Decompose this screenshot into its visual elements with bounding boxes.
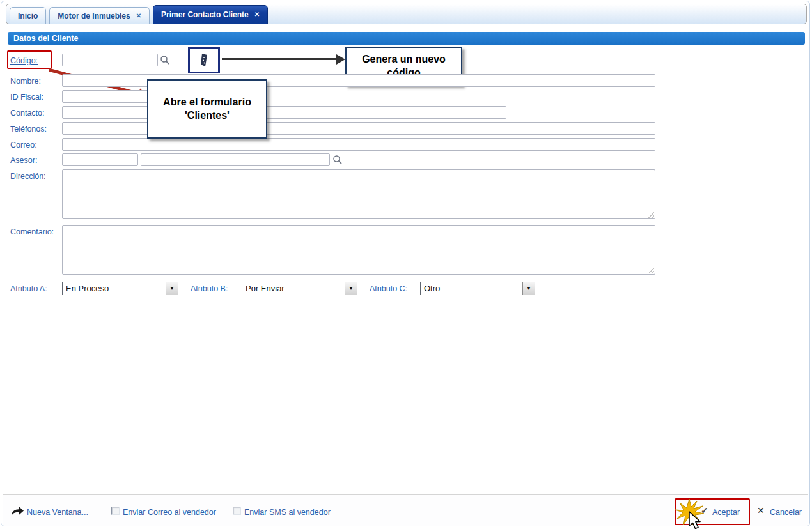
correo-label: Correo: <box>10 141 37 150</box>
tab-primer-label: Primer Contacto Cliente <box>161 10 249 19</box>
codigo-input[interactable] <box>62 54 158 66</box>
annotation-arrow-black <box>222 58 337 60</box>
annotation-arrowhead-black <box>336 54 345 65</box>
chevron-down-icon[interactable]: ▼ <box>166 282 178 295</box>
tab-close-icon[interactable]: ✕ <box>136 13 141 19</box>
contacto-label: Contacto: <box>10 109 45 118</box>
chevron-down-icon[interactable]: ▼ <box>345 282 357 295</box>
atributo-c-select[interactable]: Otro ▼ <box>420 282 535 295</box>
cancel-x-icon[interactable]: ✕ <box>757 506 765 515</box>
tab-motor-de-inmuebles[interactable]: Motor de Inmuebles ✕ <box>49 7 150 24</box>
direccion-label: Dirección: <box>10 172 46 181</box>
atributo-b-select[interactable]: Por Enviar ▼ <box>242 282 357 295</box>
new-window-arrow-icon[interactable] <box>11 505 24 516</box>
id-fiscal-input[interactable] <box>62 90 158 103</box>
telefonos-label: Teléfonos: <box>10 125 47 134</box>
atributo-b-value: Por Enviar <box>242 282 345 295</box>
aceptar-button[interactable]: Aceptar <box>712 508 740 517</box>
tab-inicio[interactable]: Inicio <box>10 7 46 24</box>
tab-close-icon[interactable]: ✕ <box>254 12 260 18</box>
atributo-b-label: Atributo B: <box>191 284 228 293</box>
direccion-textarea[interactable] <box>62 169 655 219</box>
comentario-label: Comentario: <box>10 227 54 236</box>
asesor-code-input[interactable] <box>62 153 138 166</box>
tab-primer-contacto-cliente[interactable]: Primer Contacto Cliente ✕ <box>153 5 268 24</box>
section-title: Datos del Cliente <box>8 32 805 45</box>
mouse-cursor-icon <box>688 511 703 529</box>
tab-motor-label: Motor de Inmuebles <box>58 12 130 20</box>
atributo-c-value: Otro <box>421 282 522 295</box>
contacto-input[interactable] <box>62 106 506 119</box>
enviar-sms-checkbox[interactable] <box>233 507 241 515</box>
comentario-textarea-wrap <box>62 225 655 275</box>
enviar-correo-label: Enviar Correo al vendedor <box>123 508 216 517</box>
direccion-textarea-wrap <box>62 169 655 219</box>
comentario-textarea[interactable] <box>62 225 655 275</box>
footer-bar: Nueva Ventana... Enviar Correo al vended… <box>3 494 808 526</box>
callout-abre-formulario: Abre el formulario 'Clientes' <box>147 79 267 139</box>
atributo-a-select[interactable]: En Proceso ▼ <box>62 282 178 295</box>
magic-wand-icon <box>199 53 210 67</box>
nombre-label: Nombre: <box>10 77 41 86</box>
atributo-c-label: Atributo C: <box>370 284 407 293</box>
asesor-name-input[interactable] <box>141 153 330 166</box>
codigo-label-link[interactable]: Código: <box>10 56 38 65</box>
correo-input[interactable] <box>62 138 655 151</box>
enviar-correo-checkbox[interactable] <box>111 507 120 515</box>
nueva-ventana-link[interactable]: Nueva Ventana... <box>27 508 88 517</box>
enviar-sms-label: Enviar SMS al vendedor <box>244 508 331 517</box>
search-icon[interactable] <box>160 55 170 65</box>
tab-inicio-label: Inicio <box>18 12 38 20</box>
search-icon[interactable] <box>332 155 343 165</box>
asesor-label: Asesor: <box>10 156 37 165</box>
atributo-a-value: En Proceso <box>63 282 166 295</box>
chevron-down-icon[interactable]: ▼ <box>522 282 535 295</box>
app-screenshot: Inicio Motor de Inmuebles ✕ Primer Conta… <box>0 0 812 529</box>
atributo-a-label: Atributo A: <box>10 284 47 293</box>
generate-code-button[interactable] <box>188 47 220 73</box>
window-frame: Inicio Motor de Inmuebles ✕ Primer Conta… <box>1 1 810 526</box>
id-fiscal-label: ID Fiscal: <box>10 93 43 102</box>
tab-bar: Inicio Motor de Inmuebles ✕ Primer Conta… <box>10 5 268 24</box>
cancelar-button[interactable]: Cancelar <box>770 508 802 517</box>
